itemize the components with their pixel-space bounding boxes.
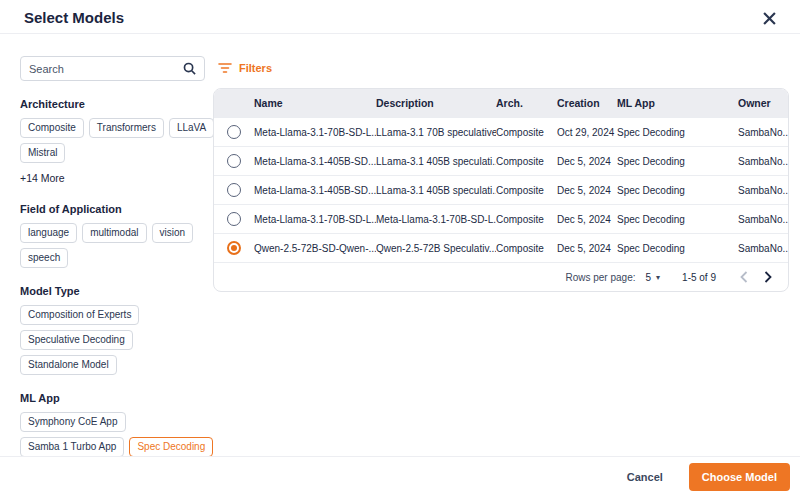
cell-name: Meta-Llama-3.1-405B-SD... [254, 185, 376, 196]
section-label: Architecture [20, 98, 206, 110]
rows-per-page-label: Rows per page: [565, 272, 635, 283]
column-header-description: Description [376, 97, 496, 109]
section-label: Model Type [20, 285, 206, 297]
select-models-dialog: Select Models Architecture CompositeTran… [0, 0, 800, 497]
row-radio-cell [214, 154, 254, 168]
cell-mlapp: Spec Decoding [617, 185, 738, 196]
filter-chip[interactable]: LLaVA [169, 118, 214, 138]
table-row[interactable]: Qwen-2.5-72B-SD-Qwen-... Qwen-2.5-72B Sp… [214, 233, 788, 262]
choose-model-button[interactable]: Choose Model [689, 463, 790, 491]
cancel-button[interactable]: Cancel [627, 471, 663, 483]
row-radio-cell [214, 241, 254, 255]
row-radio[interactable] [227, 212, 241, 226]
search-icon [183, 62, 196, 75]
cell-creation: Dec 5, 2024 [557, 214, 617, 225]
cell-arch: Composite [496, 156, 557, 167]
table-row[interactable]: Meta-Llama-3.1-70B-SD-L... Meta-Llama-3.… [214, 204, 788, 233]
search-input[interactable] [29, 63, 183, 75]
filter-chip[interactable]: Composite [20, 118, 84, 138]
section-chips: languagemultimodalvisionspeech [20, 223, 226, 268]
cell-creation: Oct 29, 2024 [557, 127, 617, 138]
table-row[interactable]: Meta-Llama-3.1-70B-SD-L... LLama-3.1 70B… [214, 117, 788, 146]
filter-chip[interactable]: speech [20, 248, 68, 268]
row-radio-cell [214, 125, 254, 139]
filter-chip[interactable]: vision [152, 223, 194, 243]
row-radio[interactable] [227, 125, 241, 139]
cell-creation: Dec 5, 2024 [557, 243, 617, 254]
cell-description: Meta-Llama-3.1-70B-SD-L... [376, 214, 496, 225]
cell-mlapp: Spec Decoding [617, 127, 738, 138]
cell-name: Meta-Llama-3.1-405B-SD... [254, 156, 376, 167]
table-pagination: Rows per page: 5 ▾ 1-5 of 9 [214, 262, 788, 291]
cell-mlapp: Spec Decoding [617, 243, 738, 254]
filter-chip[interactable]: Composition of Experts [20, 305, 139, 325]
cell-description: LLama-3.1 405B speculati... [376, 185, 496, 196]
section-chips: CompositeTransformersLLaVAMistral [20, 118, 226, 163]
section-more-link[interactable]: +14 More [20, 172, 65, 184]
row-radio[interactable] [227, 183, 241, 197]
dialog-header: Select Models [0, 0, 800, 34]
filter-chip[interactable]: Speculative Decoding [20, 330, 133, 350]
filter-sidebar: Architecture CompositeTransformersLLaVAM… [20, 56, 206, 497]
row-radio-cell [214, 212, 254, 226]
filter-chip[interactable]: multimodal [82, 223, 146, 243]
cell-arch: Composite [496, 185, 557, 196]
filter-chip[interactable]: Samba 1 Turbo App [20, 437, 124, 457]
column-header-mlapp: ML App [617, 97, 738, 109]
dialog-footer: Cancel Choose Model [0, 456, 800, 497]
cell-name: Meta-Llama-3.1-70B-SD-L... [254, 127, 376, 138]
search-box[interactable] [20, 56, 205, 81]
cell-arch: Composite [496, 127, 557, 138]
row-radio[interactable] [227, 154, 241, 168]
close-icon[interactable] [760, 9, 778, 27]
section-chips: Composition of ExpertsSpeculative Decodi… [20, 305, 226, 375]
chevron-right-icon [764, 271, 772, 283]
column-header-creation: Creation [557, 97, 617, 109]
cell-name: Meta-Llama-3.1-70B-SD-L... [254, 214, 376, 225]
rows-per-page-value: 5 [646, 272, 652, 283]
chevron-down-icon: ▾ [656, 273, 660, 282]
filter-section: Architecture CompositeTransformersLLaVAM… [20, 98, 206, 186]
filter-chip[interactable]: Standalone Model [20, 355, 117, 375]
row-radio[interactable] [227, 241, 241, 255]
cell-creation: Dec 5, 2024 [557, 156, 617, 167]
filter-section: Model Type Composition of ExpertsSpecula… [20, 285, 206, 375]
table-row[interactable]: Meta-Llama-3.1-405B-SD... LLama-3.1 405B… [214, 146, 788, 175]
filter-sections: Architecture CompositeTransformersLLaVAM… [20, 98, 206, 497]
next-page-button[interactable] [756, 265, 780, 289]
cell-creation: Dec 5, 2024 [557, 185, 617, 196]
table-body: Meta-Llama-3.1-70B-SD-L... LLama-3.1 70B… [214, 117, 788, 262]
section-label: ML App [20, 392, 206, 404]
filter-chip[interactable]: Mistral [20, 143, 65, 163]
column-header-owner: Owner [738, 97, 788, 109]
table-header-row: Name Description Arch. Creation ML App O… [214, 89, 788, 117]
filter-section: Field of Application languagemultimodalv… [20, 203, 206, 268]
row-radio-cell [214, 183, 254, 197]
cell-description: LLama-3.1 405B speculati... [376, 156, 496, 167]
filter-chip[interactable]: Spec Decoding [129, 437, 213, 457]
filter-chip[interactable]: language [20, 223, 77, 243]
cell-mlapp: Spec Decoding [617, 156, 738, 167]
cell-arch: Composite [496, 243, 557, 254]
section-label: Field of Application [20, 203, 206, 215]
cell-mlapp: Spec Decoding [617, 214, 738, 225]
filters-button[interactable]: Filters [218, 62, 272, 74]
cell-description: Qwen-2.5-72B Speculativ... [376, 243, 496, 254]
column-header-arch: Arch. [496, 97, 557, 109]
cell-description: LLama-3.1 70B speculative... [376, 127, 496, 138]
cell-name: Qwen-2.5-72B-SD-Qwen-... [254, 243, 376, 254]
pagination-range: 1-5 of 9 [682, 272, 716, 283]
column-header-name: Name [254, 97, 376, 109]
filter-chip[interactable]: Symphony CoE App [20, 412, 126, 432]
chevron-left-icon [740, 271, 748, 283]
cell-arch: Composite [496, 214, 557, 225]
page-title: Select Models [24, 9, 124, 26]
rows-per-page-select[interactable]: 5 ▾ [646, 272, 661, 283]
cell-owner: SambaNo... [738, 127, 788, 138]
cell-owner: SambaNo... [738, 243, 788, 254]
prev-page-button[interactable] [732, 265, 756, 289]
table-row[interactable]: Meta-Llama-3.1-405B-SD... LLama-3.1 405B… [214, 175, 788, 204]
filter-chip[interactable]: Transformers [89, 118, 164, 138]
models-table: Name Description Arch. Creation ML App O… [213, 88, 789, 292]
cell-owner: SambaNo... [738, 185, 788, 196]
